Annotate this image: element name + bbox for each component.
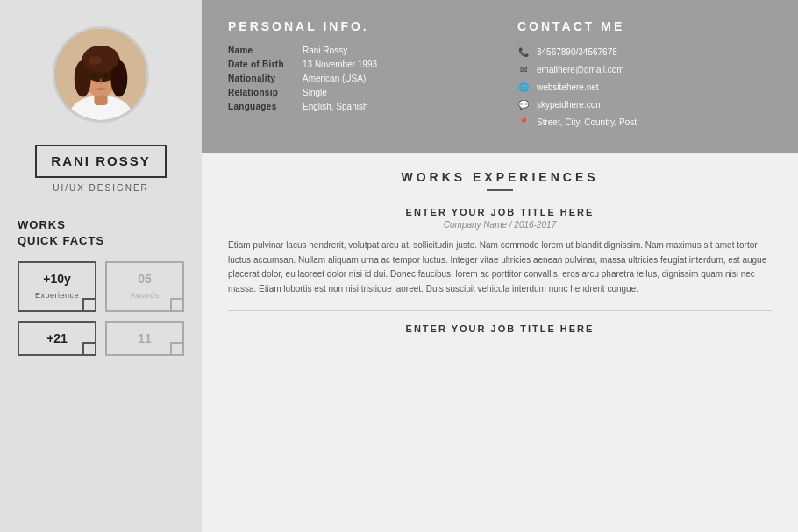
info-row-relationship: Relationsip Single bbox=[228, 88, 482, 97]
person-title: UI/UX DESIGNER bbox=[30, 183, 172, 193]
svg-point-10 bbox=[89, 56, 102, 64]
job-title-2: ENTER YOUR JOB TITLE HERE bbox=[228, 323, 772, 334]
avatar bbox=[53, 26, 149, 123]
fact-three-value: +21 bbox=[26, 331, 88, 345]
contact-section: CONTACT ME 📞 34567890/34567678 ✉ emailhe… bbox=[517, 19, 772, 133]
info-value-name: Rani Rossy bbox=[303, 46, 347, 55]
web-icon: 🌐 bbox=[517, 81, 530, 93]
contact-web-value: websitehere.net bbox=[537, 82, 599, 92]
contact-phone-value: 34567890/34567678 bbox=[537, 47, 617, 57]
name-box: RANI ROSSY bbox=[35, 145, 166, 178]
fact-four-value: 11 bbox=[114, 331, 175, 345]
info-value-languages: English, Spanish bbox=[303, 102, 368, 111]
email-icon: ✉ bbox=[517, 63, 530, 75]
sidebar: RANI ROSSY UI/UX DESIGNER WORKSQUICK FAC… bbox=[0, 0, 202, 532]
works-experiences-section: WORKS EXPERIENCES ENTER YOUR JOB TITLE H… bbox=[202, 153, 798, 532]
fact-awards: 05 Awards bbox=[105, 261, 184, 312]
skype-icon: 💬 bbox=[517, 98, 530, 110]
fact-four: 11 bbox=[105, 321, 184, 356]
contact-web: 🌐 websitehere.net bbox=[517, 81, 772, 93]
info-value-relationship: Single bbox=[303, 88, 327, 97]
info-row-nationality: Nationality American (USA) bbox=[228, 74, 482, 83]
contact-skype: 💬 skypeidhere.com bbox=[517, 98, 772, 110]
contact-title: CONTACT ME bbox=[517, 19, 772, 33]
svg-point-12 bbox=[104, 74, 110, 79]
svg-point-11 bbox=[93, 74, 98, 79]
info-label-name: Name bbox=[228, 46, 303, 55]
info-row-languages: Languages English, Spanish bbox=[228, 102, 482, 111]
info-label-dob: Date of Birth bbox=[228, 60, 303, 69]
info-label-relationship: Relationsip bbox=[228, 88, 303, 97]
phone-icon: 📞 bbox=[517, 46, 530, 58]
fact-experience: +10y Experience bbox=[18, 261, 96, 312]
person-name: RANI ROSSY bbox=[51, 153, 150, 168]
info-value-dob: 13 November 1993 bbox=[303, 60, 377, 69]
main-content: PERSONAL INFO. Name Rani Rossy Date of B… bbox=[202, 0, 798, 532]
works-facts-heading: WORKSQUICK FACTS bbox=[18, 217, 104, 249]
info-value-nationality: American (USA) bbox=[303, 74, 366, 83]
contact-address: 📍 Street, City, Country, Post bbox=[517, 116, 772, 128]
job-divider bbox=[228, 310, 772, 311]
info-label-languages: Languages bbox=[228, 102, 303, 111]
fact-awards-value: 05 bbox=[114, 272, 175, 286]
contact-skype-value: skypeidhere.com bbox=[537, 100, 603, 110]
job-title-1: ENTER YOUR JOB TITLE HERE bbox=[228, 207, 772, 217]
fact-experience-value: +10y bbox=[26, 272, 88, 286]
info-row-dob: Date of Birth 13 November 1993 bbox=[228, 60, 482, 69]
section-divider bbox=[487, 189, 513, 191]
facts-grid: +10y Experience 05 Awards +21 11 bbox=[18, 261, 184, 356]
fact-three: +21 bbox=[18, 321, 96, 356]
location-icon: 📍 bbox=[517, 116, 530, 128]
job-desc-1: Etiam pulvinar lacus hendrerit, volutpat… bbox=[228, 238, 772, 296]
info-row-name: Name Rani Rossy bbox=[228, 46, 482, 55]
info-bar: PERSONAL INFO. Name Rani Rossy Date of B… bbox=[202, 0, 798, 153]
works-section-title: WORKS EXPERIENCES bbox=[228, 170, 772, 184]
job-company-1: Company Name / 2016-2017 bbox=[228, 220, 772, 230]
contact-address-value: Street, City, Country, Post bbox=[537, 117, 637, 127]
contact-email-value: emailhere@gmail.com bbox=[537, 65, 624, 74]
contact-email: ✉ emailhere@gmail.com bbox=[517, 63, 772, 75]
personal-info-title: PERSONAL INFO. bbox=[228, 19, 482, 33]
info-label-nationality: Nationality bbox=[228, 74, 303, 83]
fact-experience-label: Experience bbox=[35, 291, 79, 300]
fact-awards-label: Awards bbox=[131, 291, 160, 300]
contact-phone: 📞 34567890/34567678 bbox=[517, 46, 772, 58]
personal-info-section: PERSONAL INFO. Name Rani Rossy Date of B… bbox=[228, 19, 482, 133]
